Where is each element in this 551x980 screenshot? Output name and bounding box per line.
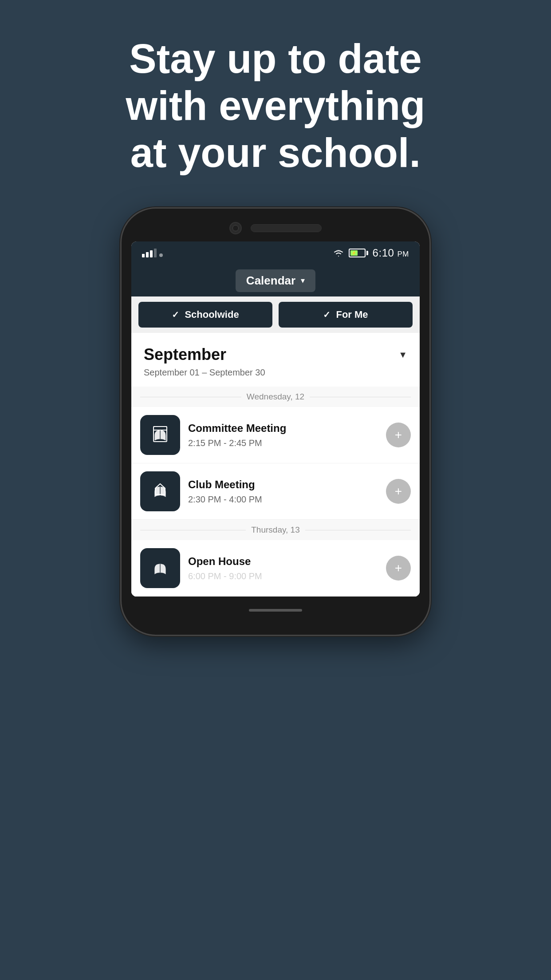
signal-bar-2 (146, 252, 149, 257)
battery-tip (366, 251, 368, 255)
month-title: September (144, 345, 226, 364)
event-club-meeting: Club Meeting 2:30 PM - 4:00 PM + (131, 463, 420, 520)
day-line-left (140, 397, 241, 397)
hero-text: Stay up to date with everything at your … (0, 0, 551, 203)
club-meeting-info: Club Meeting 2:30 PM - 4:00 PM (188, 478, 378, 505)
hero-line-2: with everything (126, 83, 425, 128)
hero-line-3: at your school. (130, 130, 421, 175)
committee-meeting-info: Committee Meeting 2:15 PM - 2:45 PM (188, 422, 378, 448)
day-separator-thu: Thursday, 13 (131, 520, 420, 540)
status-right: 6:10 PM (333, 247, 409, 259)
signal-dot (159, 253, 163, 257)
day-separator-wed: Wednesday, 12 (131, 387, 420, 407)
day-line-thu-right (305, 530, 411, 530)
forme-label: For Me (336, 309, 368, 320)
club-meeting-time: 2:30 PM - 4:00 PM (188, 494, 378, 505)
speaker-grille (251, 224, 322, 232)
signal-bar-1 (142, 254, 145, 257)
hero-line-1: Stay up to date (129, 36, 421, 81)
app-navbar: Calendar ▾ (131, 265, 420, 296)
event-icon-club (140, 471, 180, 511)
event-icon-open-house (140, 548, 180, 588)
filter-schoolwide-button[interactable]: ✓ Schoolwide (138, 302, 272, 328)
phone-screen: 6:10 PM Calendar ▾ ✓ Schoolwide (131, 241, 420, 597)
battery-fill (350, 250, 358, 256)
book-icon-2 (149, 480, 171, 502)
status-time: 6:10 PM (373, 247, 409, 259)
book-icon-3 (149, 557, 171, 579)
club-meeting-title: Club Meeting (188, 478, 378, 491)
event-committee-meeting: Committee Meeting 2:15 PM - 2:45 PM + (131, 407, 420, 463)
event-open-house: Open House 6:00 PM - 9:00 PM + (131, 540, 420, 597)
calendar-content: September ▼ September 01 – September 30 … (131, 333, 420, 597)
signal-bar-3 (150, 250, 153, 257)
phone-mockup: 6:10 PM Calendar ▾ ✓ Schoolwide (120, 207, 431, 636)
wifi-icon (333, 249, 344, 257)
battery-icon (349, 249, 368, 257)
add-club-meeting-button[interactable]: + (386, 479, 411, 504)
open-house-title: Open House (188, 555, 378, 568)
committee-meeting-time: 2:15 PM - 2:45 PM (188, 438, 378, 448)
schoolwide-check-icon: ✓ (172, 309, 179, 320)
dropdown-arrow-icon: ▾ (301, 276, 305, 285)
day-line-right (310, 397, 411, 397)
status-time-suffix: PM (398, 250, 409, 258)
front-camera (229, 222, 242, 234)
status-bar: 6:10 PM (131, 241, 420, 265)
day-label-wed: Wednesday, 12 (247, 392, 304, 402)
book-icon (149, 424, 171, 446)
day-label-thu: Thursday, 13 (251, 525, 299, 535)
event-icon-committee (140, 415, 180, 455)
month-range: September 01 – September 30 (131, 368, 420, 387)
calendar-dropdown[interactable]: Calendar ▾ (236, 269, 315, 292)
status-left (142, 249, 163, 257)
navbar-title: Calendar (246, 274, 295, 288)
status-time-value: 6:10 (373, 247, 394, 259)
day-line-thu-left (140, 530, 246, 530)
add-open-house-button[interactable]: + (386, 556, 411, 581)
forme-check-icon: ✓ (323, 309, 331, 320)
open-house-time: 6:00 PM - 9:00 PM (188, 571, 378, 581)
signal-bar-4 (154, 249, 157, 257)
phone-top-hardware (131, 222, 420, 234)
phone-bottom-bar (131, 604, 420, 617)
home-indicator (249, 609, 302, 612)
signal-bars (142, 249, 163, 257)
phone-shell: 6:10 PM Calendar ▾ ✓ Schoolwide (120, 207, 431, 636)
open-house-info: Open House 6:00 PM - 9:00 PM (188, 555, 378, 581)
filter-bar: ✓ Schoolwide ✓ For Me (131, 296, 420, 333)
month-header: September ▼ (131, 333, 420, 368)
schoolwide-label: Schoolwide (185, 309, 239, 320)
battery-body (349, 249, 366, 257)
committee-meeting-title: Committee Meeting (188, 422, 378, 435)
filter-forme-button[interactable]: ✓ For Me (279, 302, 413, 328)
add-committee-meeting-button[interactable]: + (386, 423, 411, 447)
month-dropdown-icon[interactable]: ▼ (398, 350, 407, 360)
